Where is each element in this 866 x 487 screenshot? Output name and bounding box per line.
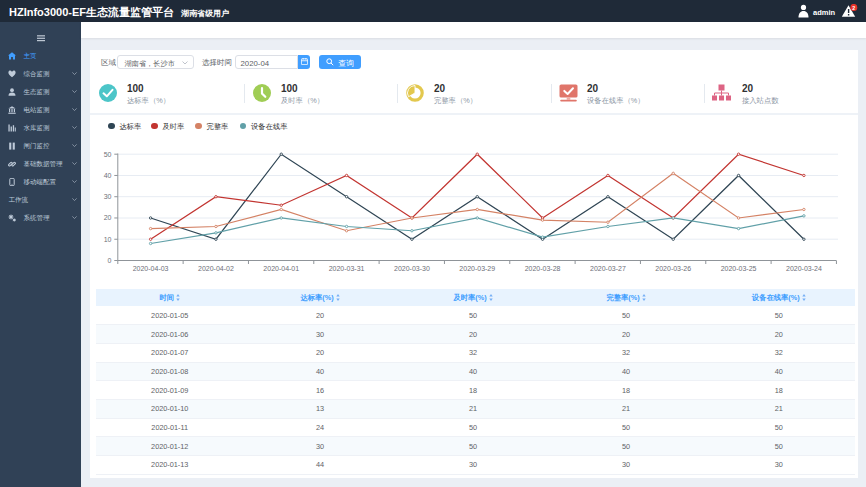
svg-text:2020-03-29: 2020-03-29 (459, 265, 495, 272)
svg-text:50: 50 (104, 151, 112, 158)
svg-text:2020-03-28: 2020-03-28 (525, 265, 561, 272)
svg-text:30: 30 (104, 193, 112, 200)
svg-text:2020-04-02: 2020-04-02 (198, 265, 234, 272)
svg-text:2020-03-24: 2020-03-24 (786, 265, 822, 272)
svg-text:2020-03-26: 2020-03-26 (655, 265, 691, 272)
svg-text:2020-03-27: 2020-03-27 (590, 265, 626, 272)
svg-text:40: 40 (104, 172, 112, 179)
svg-text:20: 20 (104, 214, 112, 221)
svg-text:2020-03-30: 2020-03-30 (394, 265, 430, 272)
svg-text:0: 0 (108, 257, 112, 264)
svg-text:10: 10 (104, 236, 112, 243)
svg-text:2020-03-31: 2020-03-31 (329, 265, 365, 272)
svg-text:2: 2 (852, 5, 855, 11)
svg-text:2020-04-03: 2020-04-03 (133, 265, 169, 272)
svg-text:2020-03-25: 2020-03-25 (721, 265, 757, 272)
svg-text:2020-04-01: 2020-04-01 (263, 265, 299, 272)
